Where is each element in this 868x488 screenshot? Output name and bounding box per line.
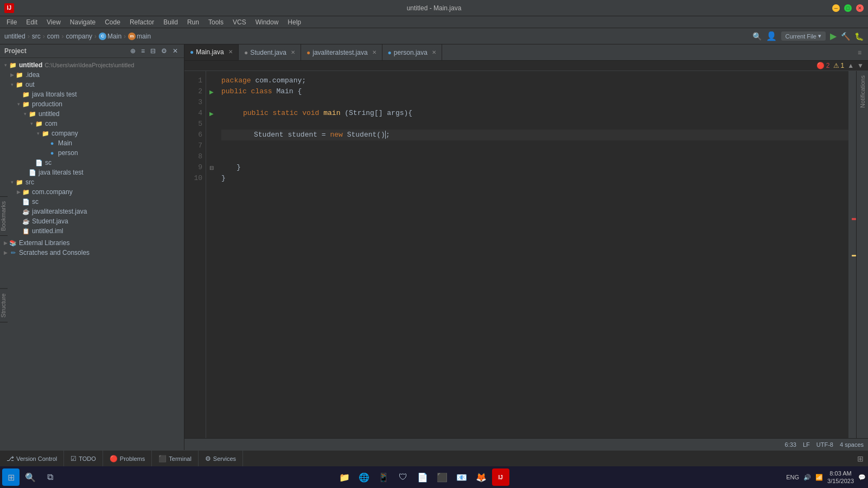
scroll-up-button[interactable]: ▲ xyxy=(847,62,854,69)
breadcrumb-src[interactable]: src xyxy=(32,33,41,40)
show-options-button[interactable]: ⊟ xyxy=(149,47,157,55)
notifications-label[interactable]: Notifications xyxy=(858,71,867,112)
tree-iml[interactable]: 📋 untitled.iml xyxy=(0,226,184,236)
debug-button[interactable]: 🐛 xyxy=(854,32,864,41)
taskbar-explorer[interactable]: 📁 xyxy=(336,468,353,486)
code-line-4: public static void main (String[] args){ xyxy=(221,108,848,119)
tab-version-control[interactable]: ⎇ Version Control xyxy=(0,451,64,466)
taskbar-app2[interactable]: 🛡 xyxy=(394,468,412,486)
bookmarks-label[interactable]: Bookmarks xyxy=(0,196,8,236)
tree-idea[interactable]: ▶ 📁 .idea xyxy=(0,70,184,80)
tab-student-java[interactable]: ● Student.java ✕ xyxy=(239,44,301,60)
tree-com-company[interactable]: ▶ 📁 com.company xyxy=(0,187,184,197)
paren: ( xyxy=(344,108,349,119)
breadcrumb-company[interactable]: company xyxy=(66,33,92,40)
run-button[interactable]: ▶ xyxy=(830,31,837,41)
tree-main-class[interactable]: ● Main xyxy=(0,138,184,148)
code-area[interactable]: package com.company; public class Main {… xyxy=(217,71,848,438)
tree-com[interactable]: ▾ 📁 com xyxy=(0,119,184,129)
tree-java-litorals[interactable]: 📁 java litorals test xyxy=(0,89,184,99)
menu-build[interactable]: Build xyxy=(159,17,182,27)
menu-window[interactable]: Window xyxy=(251,17,283,27)
taskbar-network[interactable]: 📶 xyxy=(815,474,823,481)
menu-vcs[interactable]: VCS xyxy=(228,17,251,27)
menu-code[interactable]: Code xyxy=(100,17,125,27)
menu-edit[interactable]: Edit xyxy=(22,17,42,27)
menu-run[interactable]: Run xyxy=(183,17,203,27)
minimize-button[interactable]: ─ xyxy=(832,4,840,12)
tab-close-button[interactable]: ✕ xyxy=(228,49,233,55)
tab-close-button[interactable]: ✕ xyxy=(432,49,436,55)
breadcrumb-class[interactable]: Main xyxy=(107,33,122,40)
tree-company[interactable]: ▾ 📁 company xyxy=(0,129,184,138)
taskbar-edge[interactable]: 🌐 xyxy=(355,468,373,486)
tab-close-button[interactable]: ✕ xyxy=(372,49,376,55)
menu-help[interactable]: Help xyxy=(283,17,305,27)
menu-file[interactable]: File xyxy=(2,17,21,27)
tree-root[interactable]: ▾ 📁 untitled C:\Users\win\IdeaProjects\u… xyxy=(0,60,184,70)
taskbar-sound[interactable]: 🔊 xyxy=(803,474,811,481)
start-button[interactable]: ⊞ xyxy=(2,468,20,486)
tab-main-java[interactable]: ● Main.java ✕ xyxy=(184,44,239,60)
tab-list-button[interactable]: ≡ xyxy=(856,48,864,57)
taskbar-idea[interactable]: IJ xyxy=(492,468,509,486)
taskbar-app1[interactable]: 📱 xyxy=(375,468,392,486)
tree-person-class[interactable]: ● person xyxy=(0,148,184,158)
taskbar-app4[interactable]: ⬛ xyxy=(433,468,451,486)
tab-javaliteralstest[interactable]: ● javaliteralstest.java ✕ xyxy=(301,44,382,60)
tree-sc2[interactable]: 📄 sc xyxy=(0,197,184,207)
tree-untitled-nested[interactable]: ▾ 📁 untitled xyxy=(0,109,184,119)
breadcrumb-method[interactable]: main xyxy=(137,33,151,40)
search-everywhere-icon[interactable]: 🔍 xyxy=(752,32,762,41)
tree-student[interactable]: ☕ Student.java xyxy=(0,216,184,226)
taskbar-date: 3/15/2023 xyxy=(827,477,854,485)
notification-center[interactable]: 💬 xyxy=(858,474,866,481)
breadcrumb-com[interactable]: com xyxy=(47,33,60,40)
scroll-down-button[interactable]: ▼ xyxy=(857,62,864,69)
maximize-button[interactable]: □ xyxy=(844,4,852,12)
taskbar-app3[interactable]: 📄 xyxy=(414,468,431,486)
search-taskbar[interactable]: 🔍 xyxy=(22,468,39,486)
close-panel-button[interactable]: ✕ xyxy=(171,47,180,55)
title-bar-left: IJ xyxy=(4,3,17,13)
taskbar-app5[interactable]: 📧 xyxy=(453,468,470,486)
menu-tools[interactable]: Tools xyxy=(204,17,228,27)
tree-javaliteralstest[interactable]: ☕ javaliteralstest.java xyxy=(0,207,184,216)
collapse-all-button[interactable]: ≡ xyxy=(139,47,146,55)
run-gutter-icon2[interactable]: ▶ xyxy=(206,86,217,97)
menu-view[interactable]: View xyxy=(42,17,65,27)
build-button[interactable]: 🔨 xyxy=(841,32,850,41)
structure-label[interactable]: Structure xyxy=(0,288,8,323)
tab-close-button[interactable]: ✕ xyxy=(291,49,295,55)
tree-out[interactable]: ▾ 📁 out xyxy=(0,80,184,89)
tree-scratches[interactable]: ▶ ✏ Scratches and Consoles xyxy=(0,248,184,258)
tree-production[interactable]: ▾ 📁 production xyxy=(0,99,184,109)
tree-java-literals-file[interactable]: 📄 java literals test xyxy=(0,168,184,177)
task-view[interactable]: ⧉ xyxy=(41,468,59,486)
warn-icon: ⚠ xyxy=(833,62,839,69)
tree-sc-file[interactable]: 📄 sc xyxy=(0,158,184,168)
run-gutter-icon[interactable] xyxy=(206,75,217,86)
menu-refactor[interactable]: Refactor xyxy=(125,17,158,27)
profile-icon[interactable]: 👤 xyxy=(766,31,777,41)
expand-icon[interactable]: ⊞ xyxy=(857,454,864,463)
taskbar-app6[interactable]: 🦊 xyxy=(473,468,490,486)
tab-todo[interactable]: ☑ TODO xyxy=(64,451,103,466)
current-file-dropdown[interactable]: Current File ▾ xyxy=(781,31,826,41)
tab-person-java[interactable]: ● person.java ✕ xyxy=(382,44,442,60)
run-gutter-icon3[interactable]: ▶ xyxy=(206,108,217,119)
settings-button[interactable]: ⚙ xyxy=(159,47,169,55)
tab-problems[interactable]: 🔴 Problems xyxy=(103,451,152,466)
editor-content[interactable]: 1 2 3 4 5 6 7 8 9 10 ▶ ▶ ⊟ xyxy=(184,71,868,438)
breadcrumb-untitled[interactable]: untitled xyxy=(4,33,25,40)
taskbar-left: ⊞ 🔍 ⧉ xyxy=(2,468,59,486)
locate-file-button[interactable]: ⊕ xyxy=(129,47,137,55)
menu-navigate[interactable]: Navigate xyxy=(66,17,100,27)
tab-terminal[interactable]: ⬛ Terminal xyxy=(152,451,199,466)
tree-external-libraries[interactable]: ▶ 📚 External Libraries xyxy=(0,238,184,248)
scrollbar[interactable] xyxy=(848,71,856,438)
close-button[interactable]: ✕ xyxy=(856,4,864,12)
tab-services[interactable]: ⚙ Services xyxy=(199,451,243,466)
tree-src[interactable]: ▾ 📁 src xyxy=(0,177,184,187)
tab-label: person.java xyxy=(394,49,427,56)
